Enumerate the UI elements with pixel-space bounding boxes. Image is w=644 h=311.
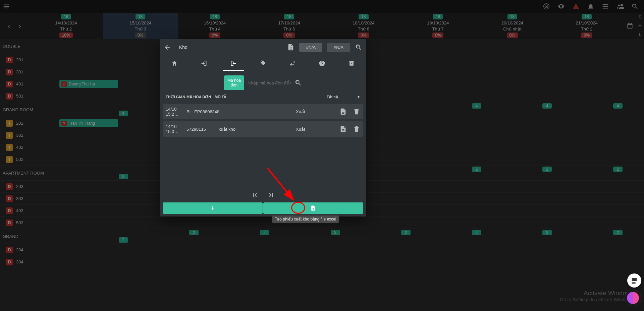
attach-icon[interactable]	[287, 44, 294, 51]
col-invoice: MÃ HÓA ĐƠN	[186, 95, 215, 99]
row-delete-icon[interactable]	[353, 125, 360, 133]
add-button[interactable]	[163, 202, 263, 214]
chip-1[interactable]: #N/A	[299, 43, 322, 52]
tooltip: Tạo phiếu xuất kho bằng file excel	[272, 215, 339, 223]
table-body: 14/10 15:2… BL_EP08806348 Xuất 14/10 15:…	[160, 102, 366, 139]
cell-desc: xuất kho	[219, 127, 296, 132]
modal-searchbar: Mã hóa đơn	[160, 74, 366, 91]
modal-search-icon[interactable]	[355, 44, 362, 51]
back-icon[interactable]	[164, 44, 171, 51]
cell-time: 14/10 15:0…	[166, 124, 186, 134]
tab-archive[interactable]	[337, 56, 366, 71]
modal-footer	[160, 202, 366, 216]
cell-time: 14/10 15:2…	[166, 107, 186, 117]
chevron-down-icon: ▼	[357, 95, 360, 99]
cell-invoice: BL_EP08806348	[186, 109, 219, 114]
tab-home[interactable]	[160, 56, 189, 71]
col-desc: MÔ TẢ	[215, 95, 327, 99]
row-attach-icon[interactable]	[339, 108, 347, 115]
tab-in[interactable]	[189, 56, 219, 71]
import-excel-button[interactable]	[263, 202, 363, 214]
tab-swap[interactable]	[278, 56, 307, 71]
cell-type: Xuất	[296, 127, 339, 132]
row-attach-icon[interactable]	[339, 125, 347, 133]
search-submit-icon[interactable]	[294, 79, 302, 86]
assistant-fab[interactable]	[625, 290, 641, 306]
cell-type: Xuất	[296, 109, 339, 114]
tab-tag[interactable]	[248, 56, 278, 71]
table-row[interactable]: 14/10 15:2… BL_EP08806348 Xuất	[163, 104, 363, 119]
modal-tabs	[160, 56, 366, 71]
chip-2[interactable]: #N/A	[327, 43, 350, 52]
pager	[160, 139, 366, 202]
tab-help[interactable]	[307, 56, 337, 71]
table-header: THỜI GIAN MÃ HÓA ĐƠN MÔ TẢ Tất cả ▼	[160, 92, 366, 102]
filter-label: Tất cả	[327, 95, 338, 99]
invoice-code-button[interactable]: Mã hóa đơn	[224, 75, 244, 90]
last-page-icon[interactable]	[267, 192, 275, 199]
row-delete-icon[interactable]	[353, 108, 360, 115]
modal-title: Kho	[179, 45, 187, 50]
filter-dropdown[interactable]: Tất cả ▼	[327, 95, 360, 99]
table-row[interactable]: 14/10 15:0… 57288115 xuất kho Xuất	[163, 121, 363, 137]
tab-out[interactable]	[219, 56, 248, 71]
col-time: THỜI GIAN	[166, 95, 186, 99]
cell-invoice: 57288115	[186, 127, 219, 132]
modal-header: Kho #N/A #N/A	[160, 39, 366, 56]
kho-modal: Kho #N/A #N/A Mã hóa đơn THỜI GIAN MÃ HÓ…	[160, 39, 366, 216]
invoice-search-input[interactable]	[248, 80, 291, 85]
chat-fab[interactable]	[627, 273, 641, 288]
first-page-icon[interactable]	[251, 192, 259, 199]
